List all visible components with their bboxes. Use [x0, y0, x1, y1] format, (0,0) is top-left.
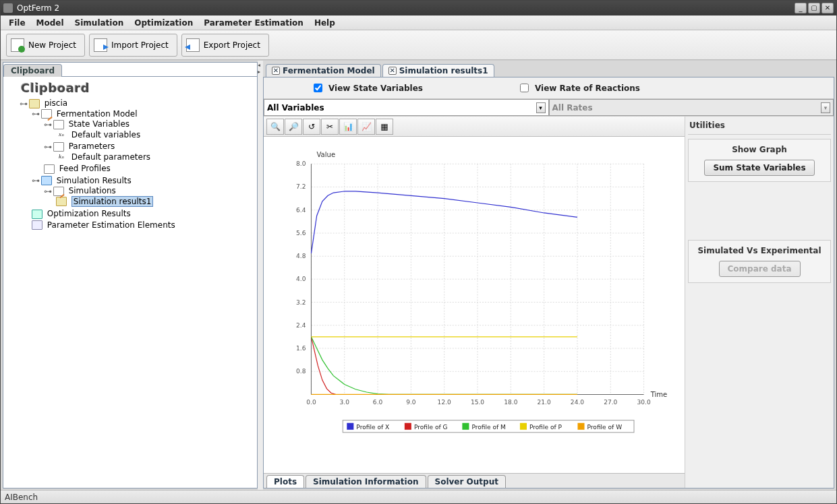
tab-simulation-results1[interactable]: ✕ Simulation results1	[382, 64, 494, 77]
app-icon	[3, 3, 13, 13]
view-state-vars-label: View State Variables	[328, 84, 423, 93]
menu-file[interactable]: File	[3, 18, 31, 28]
export-project-icon	[186, 38, 200, 52]
window-title: OptFerm 2	[17, 3, 59, 13]
clipboard-tab-bar: Clipboard	[3, 63, 257, 76]
import-project-button[interactable]: Import Project	[89, 34, 177, 57]
tab-simulation-information[interactable]: Simulation Information	[306, 475, 426, 488]
svg-text:3.2: 3.2	[296, 299, 306, 306]
tree-par-est[interactable]: Parameter Estimation Elements	[47, 220, 175, 230]
editor-body: View State Variables View Rate of Reacti…	[263, 77, 834, 489]
export-project-button[interactable]: Export Project	[181, 34, 269, 57]
tab-plots[interactable]: Plots	[266, 475, 304, 488]
simulated-vs-experimental-group: Simulated Vs Experimental Compare data	[688, 240, 831, 283]
chart-options-button[interactable]: 📊	[339, 119, 357, 135]
tree-simulations[interactable]: Simulations	[69, 186, 116, 195]
menu-simulation[interactable]: Simulation	[69, 18, 129, 28]
param-icon: kₙ	[56, 152, 67, 162]
new-project-button[interactable]: New Project	[6, 34, 85, 57]
new-project-label: New Project	[28, 40, 76, 50]
reset-zoom-button[interactable]: ↺	[303, 119, 320, 135]
svg-text:24.0: 24.0	[571, 399, 584, 406]
tab-fermentation-model[interactable]: ✕ Fermentation Model	[266, 64, 381, 77]
sum-state-variables-button[interactable]: Sum State Variables	[704, 160, 814, 176]
clipboard-body: Clipboard ⊶ piscia ⊶ Fermentation Model	[3, 76, 257, 488]
variables-combo[interactable]: All Variables ▾	[264, 99, 549, 116]
menu-parameter-estimation[interactable]: Parameter Estimation	[198, 18, 309, 28]
simulations-icon	[53, 187, 64, 196]
minimize-button[interactable]: _	[795, 3, 807, 13]
tree-handle[interactable]: ⊶	[44, 187, 51, 196]
tree-handle[interactable]: ⊶	[32, 109, 38, 119]
view-rate-reactions-checkbox[interactable]	[520, 84, 529, 92]
status-bar: AIBench	[1, 490, 836, 503]
zoom-out-button[interactable]: 🔎	[285, 119, 302, 135]
tree-sim-results1[interactable]: Simulation results1	[71, 196, 154, 207]
tree-opt-results[interactable]: Optimization Results	[47, 209, 131, 218]
tree-model[interactable]: Fermentation Model	[57, 109, 138, 119]
compare-data-button: Compare data	[719, 261, 801, 277]
tree-handle[interactable]: ⊶	[44, 142, 51, 152]
tree-default-vars[interactable]: Default variables	[71, 130, 140, 139]
tree-handle[interactable]: ⊶	[20, 99, 26, 108]
folder-icon	[29, 99, 40, 108]
show-graph-title: Show Graph	[693, 145, 826, 154]
right-pane: ✕ Fermentation Model ✕ Simulation result…	[263, 62, 834, 489]
content-row: 🔍 🔎 ↺ ✂ 📊 📈 ▦ 0.03.06.09.012.015.018.021…	[264, 117, 834, 488]
svg-text:3.0: 3.0	[340, 399, 350, 406]
maximize-button[interactable]: ▢	[808, 3, 820, 13]
zoom-in-button[interactable]: 🔍	[266, 119, 284, 135]
tab-solver-output[interactable]: Solver Output	[428, 475, 506, 488]
main-area: Clipboard Clipboard ⊶ piscia ⊶ Fermentat…	[1, 60, 836, 490]
title-bar: OptFerm 2 _ ▢ ✕	[1, 1, 836, 15]
tree-default-params[interactable]: Default parameters	[71, 152, 150, 162]
crosshair-button[interactable]: ✂	[321, 119, 339, 135]
svg-text:27.0: 27.0	[604, 399, 617, 406]
export-project-label: Export Project	[204, 40, 260, 50]
svg-text:15.0: 15.0	[471, 399, 484, 406]
rates-combo: All Rates ▾	[549, 99, 834, 116]
var-icon: xₙ	[56, 130, 67, 139]
svg-text:2.4: 2.4	[296, 322, 306, 329]
combo-row: All Variables ▾ All Rates ▾	[264, 99, 834, 117]
svg-text:4.8: 4.8	[296, 253, 306, 259]
new-project-icon	[11, 38, 24, 52]
svg-text:7.2: 7.2	[296, 183, 306, 190]
view-state-vars-check[interactable]: View State Variables	[311, 82, 423, 94]
svg-rect-53	[520, 423, 527, 430]
tree-project[interactable]: piscia	[45, 98, 68, 108]
export-chart-button[interactable]: 📈	[357, 119, 375, 135]
menu-model[interactable]: Model	[31, 18, 69, 28]
view-rate-reactions-label: View Rate of Reactions	[535, 84, 640, 93]
clipboard-tab[interactable]: Clipboard	[3, 64, 62, 77]
svg-rect-47	[347, 423, 353, 430]
view-state-vars-checkbox[interactable]	[314, 84, 322, 92]
par-est-icon	[32, 220, 42, 230]
tree-sim-results[interactable]: Simulation Results	[57, 176, 132, 185]
svg-text:4.0: 4.0	[296, 276, 306, 282]
svg-text:18.0: 18.0	[504, 399, 517, 406]
view-rate-reactions-check[interactable]: View Rate of Reactions	[517, 82, 640, 94]
import-project-icon	[94, 38, 107, 52]
tree-parameters[interactable]: Parameters	[69, 141, 115, 151]
close-icon[interactable]: ✕	[272, 67, 280, 75]
tree-feed-profiles[interactable]: Feed Profiles	[59, 164, 111, 173]
chevron-down-icon[interactable]: ▾	[536, 102, 546, 113]
svg-rect-51	[462, 423, 469, 430]
menu-optimization[interactable]: Optimization	[129, 18, 198, 28]
close-icon[interactable]: ✕	[388, 67, 397, 75]
variables-combo-value: All Variables	[267, 103, 324, 113]
tree-state-vars[interactable]: State Variables	[69, 119, 129, 129]
svg-text:21.0: 21.0	[538, 399, 551, 406]
grid-button[interactable]: ▦	[376, 119, 393, 135]
chart-canvas: 0.03.06.09.012.015.018.021.024.027.030.0…	[264, 137, 685, 473]
list-icon	[53, 142, 64, 152]
project-tree: ⊶ piscia ⊶ Fermentation Model ⊶	[7, 98, 253, 231]
pane-splitter[interactable]	[258, 61, 263, 490]
menu-help[interactable]: Help	[309, 18, 341, 28]
tree-handle[interactable]: ⊶	[32, 176, 38, 185]
tree-handle[interactable]: ⊶	[44, 120, 51, 129]
tab-label: Simulation results1	[399, 66, 488, 75]
close-button[interactable]: ✕	[821, 3, 834, 13]
svg-rect-55	[577, 423, 584, 430]
